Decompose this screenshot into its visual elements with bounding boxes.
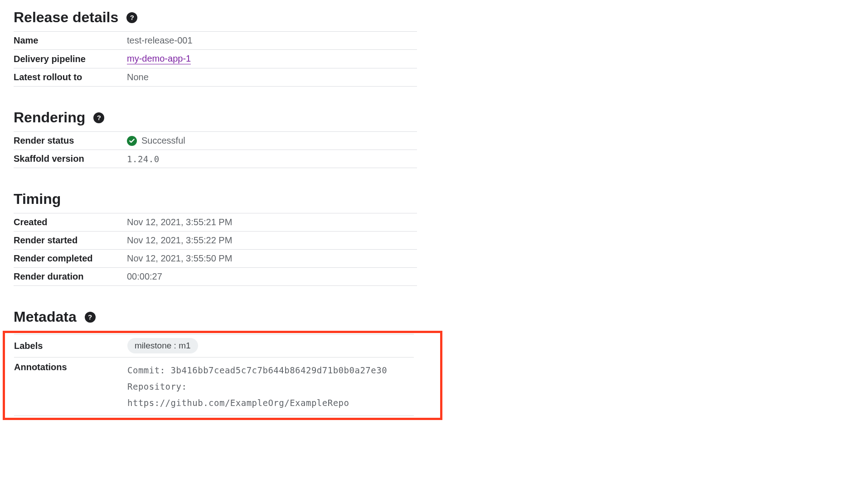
release-details-title: Release details (14, 9, 118, 26)
label-chip: milestone : m1 (127, 338, 198, 353)
render-started-label: Render started (14, 235, 127, 246)
annotations-row: Annotations Commit: 3b416bb7cead5c7c7b64… (14, 357, 414, 416)
pipeline-label: Delivery pipeline (14, 54, 127, 64)
rendering-title: Rendering (14, 109, 85, 126)
annotation-repo: Repository: https://github.com/ExampleOr… (127, 378, 414, 411)
render-duration-label: Render duration (14, 271, 127, 282)
render-duration-row: Render duration 00:00:27 (14, 267, 417, 286)
skaffold-value: 1.24.0 (127, 154, 160, 164)
created-value: Nov 12, 2021, 3:55:21 PM (127, 217, 232, 227)
rendering-section: Rendering ? Render status Successful Ska… (14, 109, 417, 168)
help-icon[interactable]: ? (85, 312, 96, 323)
render-completed-value: Nov 12, 2021, 3:55:50 PM (127, 253, 232, 264)
metadata-highlight-box: Labels milestone : m1 Annotations Commit… (3, 331, 442, 420)
created-row: Created Nov 12, 2021, 3:55:21 PM (14, 213, 417, 231)
render-completed-row: Render completed Nov 12, 2021, 3:55:50 P… (14, 249, 417, 267)
timing-title: Timing (14, 191, 61, 208)
skaffold-row: Skaffold version 1.24.0 (14, 150, 417, 168)
pipeline-row: Delivery pipeline my-demo-app-1 (14, 49, 417, 68)
release-details-page: Release details ? Name test-release-001 … (5, 0, 417, 420)
render-status-row: Render status Successful (14, 131, 417, 150)
labels-row: Labels milestone : m1 (14, 334, 414, 357)
annotation-commit: Commit: 3b416bb7cead5c7c7b644b86429d71b0… (127, 362, 414, 378)
latest-rollout-row: Latest rollout to None (14, 68, 417, 87)
skaffold-label: Skaffold version (14, 154, 127, 164)
created-label: Created (14, 217, 127, 227)
latest-rollout-label: Latest rollout to (14, 72, 127, 82)
render-status-label: Render status (14, 135, 127, 146)
metadata-title: Metadata (14, 309, 77, 325)
metadata-section: Metadata ? Labels milestone : m1 Annotat… (14, 309, 417, 420)
labels-label: Labels (14, 341, 127, 351)
render-started-value: Nov 12, 2021, 3:55:22 PM (127, 235, 232, 246)
render-duration-value: 00:00:27 (127, 271, 162, 282)
pipeline-link[interactable]: my-demo-app-1 (127, 53, 191, 64)
name-value: test-release-001 (127, 35, 193, 46)
release-details-section: Release details ? Name test-release-001 … (14, 9, 417, 87)
name-label: Name (14, 35, 127, 46)
render-started-row: Render started Nov 12, 2021, 3:55:22 PM (14, 231, 417, 249)
render-status-value: Successful (141, 135, 185, 146)
name-row: Name test-release-001 (14, 31, 417, 49)
help-icon[interactable]: ? (126, 12, 137, 23)
annotations-value: Commit: 3b416bb7cead5c7c7b644b86429d71b0… (127, 362, 414, 411)
render-completed-label: Render completed (14, 253, 127, 264)
latest-rollout-value: None (127, 72, 149, 82)
check-circle-icon (127, 136, 137, 146)
help-icon[interactable]: ? (93, 112, 104, 123)
annotations-label: Annotations (14, 362, 127, 372)
timing-section: Timing Created Nov 12, 2021, 3:55:21 PM … (14, 191, 417, 286)
